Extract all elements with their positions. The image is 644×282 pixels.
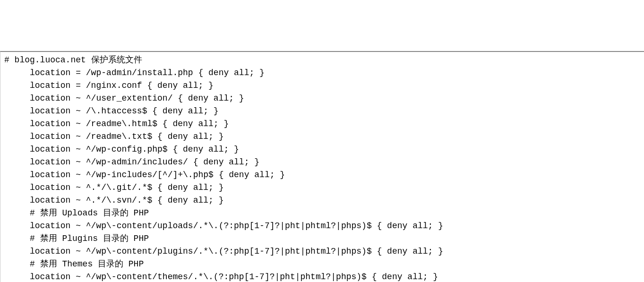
code-line[interactable]: location = /nginx.conf { deny all; } — [4, 79, 644, 92]
code-line[interactable]: location = /wp-admin/install.php { deny … — [4, 67, 644, 79]
code-line[interactable]: location ~ ^/wp-includes/[^/]+\.php$ { d… — [4, 169, 644, 181]
code-line[interactable]: location ~ ^/wp\-content/themes/.*\.(?:p… — [4, 271, 644, 282]
code-line[interactable]: location ~ ^/wp-config.php$ { deny all; … — [4, 143, 644, 156]
code-line[interactable]: location ~ ^/wp\-content/uploads/.*\.(?:… — [4, 220, 644, 232]
code-line[interactable]: location ~ ^.*/\.git/.*$ { deny all; } — [4, 181, 644, 194]
code-line[interactable]: # 禁用 Uploads 目录的 PHP — [4, 207, 644, 220]
code-line[interactable]: # 禁用 Plugins 目录的 PHP — [4, 232, 644, 245]
code-line[interactable]: location ~ /readme\.html$ { deny all; } — [4, 118, 644, 130]
code-line[interactable]: # blog.luoca.net 保护系统文件 — [4, 54, 644, 67]
code-line[interactable]: location ~ ^.*/\.svn/.*$ { deny all; } — [4, 194, 644, 207]
code-editor[interactable]: # blog.luoca.net 保护系统文件location = /wp-ad… — [0, 51, 644, 282]
code-line[interactable]: location ~ ^/wp\-content/plugins/.*\.(?:… — [4, 245, 644, 258]
code-line[interactable]: location ~ ^/wp-admin/includes/ { deny a… — [4, 156, 644, 169]
code-line[interactable]: # 禁用 Themes 目录的 PHP — [4, 258, 644, 271]
code-line[interactable]: location ~ /readme\.txt$ { deny all; } — [4, 130, 644, 143]
code-line[interactable]: location ~ /\.htaccess$ { deny all; } — [4, 105, 644, 118]
code-line[interactable]: location ~ ^/user_extention/ { deny all;… — [4, 92, 644, 105]
